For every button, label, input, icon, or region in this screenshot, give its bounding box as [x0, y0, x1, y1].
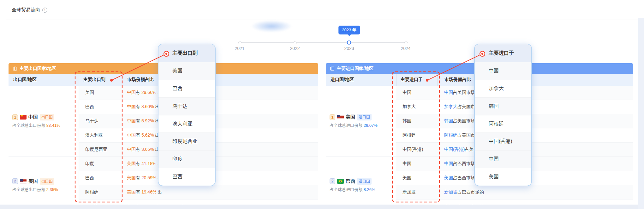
column-header-country: 进口国/地区	[326, 77, 396, 83]
role-badge: 进口国	[357, 114, 372, 120]
column-header-share: 市场份额占比	[120, 74, 318, 86]
year-label: 2023	[337, 46, 362, 51]
partner-cell: 巴西	[79, 104, 120, 110]
share-value: 83.41%	[46, 123, 60, 128]
share-cell: 摩洛哥占巴西市场的 1.09%	[437, 204, 633, 204]
share-cell: 美国有 8.82% 出口到了哥伦比亚	[120, 204, 318, 204]
partner-cell: 中国	[396, 161, 437, 167]
callout-title: 主要进口于	[475, 44, 531, 62]
share-value: 26.07%	[364, 123, 378, 128]
country-cell: 1 美国 进口国 占全球总进口份额 26.07%	[326, 86, 396, 157]
partner-cell: 摩洛哥	[396, 204, 437, 204]
share-cell: 阿根廷占美国市场的	[437, 132, 633, 138]
year-tick-2021[interactable]	[238, 41, 242, 44]
card-left-border	[6, 0, 6, 20]
share-value: 8.26%	[364, 187, 375, 192]
partner-cell: 哥伦比亚	[79, 204, 120, 204]
share-cell: 美国有 19.46% 出	[120, 189, 318, 195]
page-bottom-edge	[0, 205, 644, 209]
export-table-title: 主要出口国家/地区	[20, 66, 56, 71]
share-cell: 美国有 20.59% 出	[120, 175, 318, 181]
rank-badge: 2	[330, 178, 335, 184]
partner-cell: 澳大利亚	[79, 132, 120, 138]
partner-cell: 韩国	[396, 118, 437, 124]
callout-item: 中国(香港)	[475, 132, 531, 150]
column-header-partner: 主要出口到	[79, 74, 120, 86]
table-icon	[330, 66, 335, 71]
country-cell: 2 巴西 进口国 占全球总进口份额 8.26%	[326, 157, 396, 204]
info-icon[interactable]: !	[42, 8, 47, 13]
year-slider-track[interactable]	[240, 42, 406, 43]
share-cell: 中国占美国市场的	[437, 90, 633, 95]
global-share-line: 占全球总出口份额 2.35%	[12, 187, 58, 193]
global-trade-flow-panel: 全球贸易流向 ! 2021 2022 2023 2024 2023 年 主要出口…	[0, 0, 644, 209]
country-cell: 1 中国 出口国 占全球总出口份额 83.41%	[9, 86, 79, 157]
share-cell: 中国有 5.92% 出	[120, 118, 318, 124]
share-cell: 中国占巴西市场的	[437, 161, 633, 167]
country-name: 美国	[346, 114, 355, 120]
share-cell: 美国占巴西市场的	[437, 175, 633, 181]
export-partner-callout: 主要出口到 美国 巴西 乌干达 澳大利亚 印度尼西亚 印度 巴西	[158, 44, 216, 186]
china-flag-icon	[20, 115, 27, 120]
rank-badge: 2	[12, 178, 18, 184]
partner-cell: 中国(香港)	[396, 147, 437, 152]
role-badge: 出口国	[40, 178, 54, 185]
global-share-line: 占全球总出口份额 83.41%	[12, 123, 60, 128]
partner-cell: 新加坡	[396, 189, 437, 195]
decorative-blur	[251, 20, 292, 32]
year-tick-2022[interactable]	[294, 41, 297, 44]
table-row: 阿根廷 美国有 19.46% 出	[79, 185, 318, 199]
partner-cell: 阿根廷	[79, 189, 120, 195]
brazil-flag-icon	[337, 179, 344, 184]
partner-cell: 美国	[396, 175, 437, 181]
share-cell: 中国有 8.60% 出	[120, 104, 318, 110]
global-share-line: 占全球总进口份额 8.26%	[330, 187, 375, 193]
import-table-title: 主要进口国家/地区	[337, 66, 373, 71]
share-cell: 加拿大占美国市场的	[437, 104, 633, 110]
rank-badge: 1	[12, 114, 18, 120]
partner-cell: 加拿大	[396, 104, 437, 110]
callout-item: 加拿大	[475, 80, 531, 97]
year-tooltip: 2023 年	[338, 26, 360, 34]
partner-cell: 印度	[79, 161, 120, 167]
callout-item: 巴西	[158, 80, 215, 97]
callout-item: 中国	[475, 150, 531, 168]
column-header-partner: 主要进口于	[396, 74, 437, 86]
partner-cell: 巴西	[79, 175, 120, 181]
rank-badge: 1	[330, 114, 335, 120]
country-cell: 2 美国 出口国 占全球总出口份额 2.35%	[9, 157, 79, 204]
year-label: 2022	[282, 46, 307, 51]
partner-cell: 乌干达	[79, 118, 120, 124]
share-cell: 新加坡占巴西市场的	[437, 189, 633, 195]
share-cell: 美国有 41.18% 出	[120, 161, 318, 167]
partner-cell: 中国	[396, 90, 437, 95]
header-divider	[6, 20, 638, 20]
callout-item: 美国	[475, 168, 531, 186]
share-cell: 韩国占美国市场的	[437, 118, 633, 124]
import-partner-callout: 主要进口于 中国 加拿大 韩国 阿根廷 中国(香港) 中国 美国	[474, 44, 532, 186]
column-header-country: 出口国/地区	[9, 77, 79, 83]
country-name: 美国	[28, 178, 38, 184]
role-badge: 进口国	[357, 178, 372, 185]
year-slider-handle[interactable]	[347, 40, 351, 45]
table-icon	[13, 66, 17, 71]
table-row: 哥伦比亚 美国有 8.82% 出口到了哥伦比亚	[79, 199, 318, 204]
partner-cell: 印度尼西亚	[79, 147, 120, 152]
role-badge: 出口国	[40, 114, 54, 120]
share-cell: 中国(香港)占美国市场的	[437, 147, 633, 152]
callout-title: 主要出口到	[158, 44, 215, 62]
callout-item: 印度	[158, 150, 215, 168]
year-label: 2024	[393, 46, 418, 51]
callout-item: 澳大利亚	[158, 115, 215, 133]
page-title-text: 全球贸易流向	[12, 7, 40, 13]
callout-item: 乌干达	[158, 97, 215, 115]
callout-item: 阿根廷	[475, 115, 531, 133]
partner-cell: 阿根廷	[396, 132, 437, 138]
share-cell: 中国有 3.65% 出	[120, 147, 318, 152]
usa-flag-icon	[337, 115, 344, 120]
year-tick-2024[interactable]	[404, 41, 408, 44]
column-header-share: 市场份额占比	[437, 74, 633, 86]
share-cell: 中国有 29.66% 出	[120, 90, 318, 95]
page-right-edge[interactable]	[638, 18, 644, 209]
table-row: 新加坡 新加坡占巴西市场的	[396, 185, 633, 199]
